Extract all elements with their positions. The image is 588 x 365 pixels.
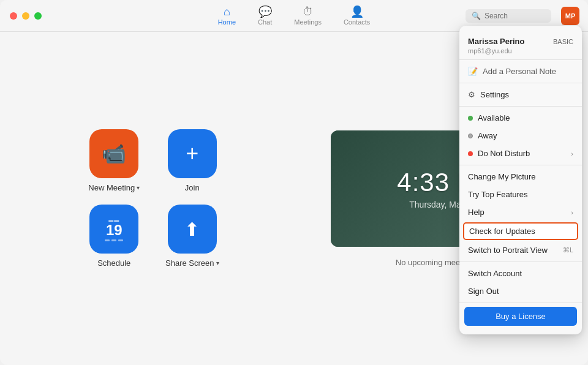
search-icon: 🔍 xyxy=(472,12,481,20)
plus-icon: + xyxy=(186,141,198,167)
action-grid: 📹 New Meeting ▾ + Join xyxy=(88,129,219,268)
schedule-item[interactable]: ▬▬ 19 Schedule xyxy=(88,205,141,268)
dnd-arrow-icon: › xyxy=(571,150,573,157)
status-dnd-item[interactable]: Do Not Disturb › xyxy=(459,145,582,162)
tab-home[interactable]: ⌂ Home xyxy=(207,2,247,29)
tab-contacts[interactable]: 👤 Contacts xyxy=(333,2,381,29)
new-meeting-label: New Meeting ▾ xyxy=(88,183,140,192)
new-meeting-dropdown-arrow: ▾ xyxy=(137,184,140,191)
contacts-icon: 👤 xyxy=(350,6,364,17)
chat-icon: 💬 xyxy=(258,6,272,17)
menu-header: Marissa Perino BASIC mp61@yu.edu xyxy=(459,31,582,60)
nav-tabs: ⌂ Home 💬 Chat ⏱ Meetings 👤 Contacts xyxy=(207,2,382,29)
search-input[interactable] xyxy=(484,12,545,20)
help-arrow-icon: › xyxy=(571,209,573,216)
dnd-dot xyxy=(468,151,473,156)
traffic-lights xyxy=(10,12,42,20)
schedule-label: Schedule xyxy=(97,258,130,268)
menu-badge: BASIC xyxy=(553,38,573,45)
menu-section-account: Switch Account Sign Out xyxy=(459,262,582,303)
away-dot xyxy=(468,134,473,138)
sign-out-item[interactable]: Sign Out xyxy=(459,282,582,300)
portrait-view-item[interactable]: Switch to Portrait View ⌘L xyxy=(459,241,582,259)
menu-email: mp61@yu.edu xyxy=(468,47,573,55)
tab-meetings[interactable]: ⏱ Meetings xyxy=(283,2,333,29)
share-screen-dropdown-arrow: ▾ xyxy=(216,260,219,266)
user-avatar-button[interactable]: MP xyxy=(561,7,579,25)
video-camera-icon: 📹 xyxy=(102,142,126,165)
app-window: ⌂ Home 💬 Chat ⏱ Meetings 👤 Contacts 🔍 MP xyxy=(0,0,588,365)
buy-license-button[interactable]: Buy a License xyxy=(464,307,577,326)
calendar-icon: ▬▬ 19 xyxy=(89,205,138,254)
user-dropdown-menu: Marissa Perino BASIC mp61@yu.edu 📝 Add a… xyxy=(459,26,582,334)
status-available-item[interactable]: Available xyxy=(459,109,582,127)
menu-user-name: Marissa Perino BASIC xyxy=(468,37,573,46)
minimize-button[interactable] xyxy=(22,12,29,20)
home-icon: ⌂ xyxy=(224,6,230,17)
menu-section-status: Available Away Do Not Disturb › xyxy=(459,107,582,165)
settings-menu-item[interactable]: ⚙ Settings xyxy=(459,86,582,103)
search-bar[interactable]: 🔍 xyxy=(466,9,551,23)
note-icon: 📝 xyxy=(468,67,478,76)
share-icon: ⬆ xyxy=(184,219,200,240)
tab-chat[interactable]: 💬 Chat xyxy=(247,2,283,29)
switch-account-item[interactable]: Switch Account xyxy=(459,265,582,282)
share-screen-item[interactable]: ⬆ Share Screen ▾ xyxy=(165,205,219,268)
gear-icon: ⚙ xyxy=(468,90,475,99)
available-dot xyxy=(468,116,473,121)
schedule-button[interactable]: ▬▬ 19 xyxy=(89,205,138,254)
menu-section-settings: ⚙ Settings xyxy=(459,83,582,107)
portrait-view-shortcut: ⌘L xyxy=(563,246,573,254)
left-panel: 📹 New Meeting ▾ + Join xyxy=(0,32,306,365)
add-personal-note-item[interactable]: 📝 Add a Personal Note xyxy=(459,62,582,80)
menu-section-note: 📝 Add a Personal Note xyxy=(459,60,582,83)
menu-section-main: Change My Picture Try Top Features Help … xyxy=(459,165,582,262)
share-screen-label: Share Screen ▾ xyxy=(165,258,219,268)
join-item[interactable]: + Join xyxy=(165,129,219,192)
check-updates-item[interactable]: Check for Updates xyxy=(463,222,578,240)
maximize-button[interactable] xyxy=(34,12,42,20)
change-picture-item[interactable]: Change My Picture xyxy=(459,168,582,186)
status-away-item[interactable]: Away xyxy=(459,127,582,145)
buy-license-section: Buy a License xyxy=(459,307,582,326)
try-features-item[interactable]: Try Top Features xyxy=(459,186,582,203)
share-screen-button[interactable]: ⬆ xyxy=(168,205,217,254)
join-button[interactable]: + xyxy=(168,129,217,178)
help-item[interactable]: Help › xyxy=(459,203,582,221)
clock-icon: ⏱ xyxy=(303,6,314,17)
close-button[interactable] xyxy=(10,12,17,20)
new-meeting-button[interactable]: 📹 xyxy=(89,129,138,178)
join-label: Join xyxy=(185,183,200,192)
new-meeting-item[interactable]: 📹 New Meeting ▾ xyxy=(88,129,141,192)
